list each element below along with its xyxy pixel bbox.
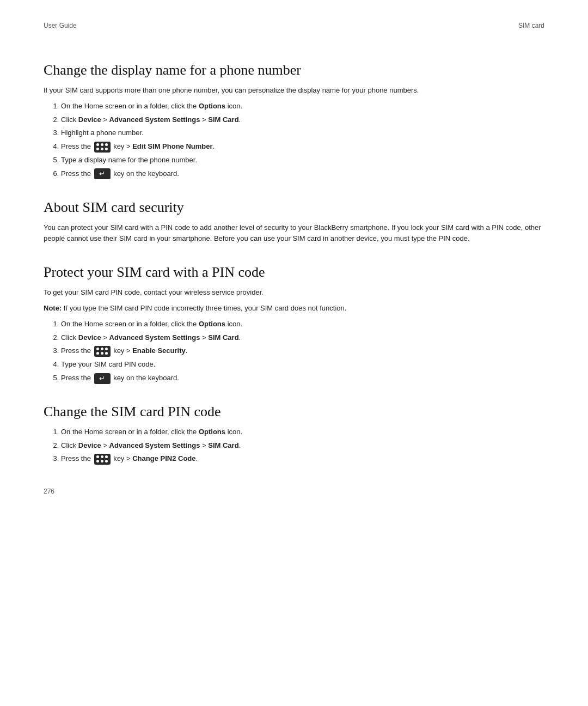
section3-intro1: To get your SIM card PIN code, contact y… (44, 287, 544, 299)
advanced-bold: Advanced System Settings (109, 115, 200, 124)
section3-steps: On the Home screen or in a folder, click… (61, 319, 544, 384)
options-bold: Options (199, 428, 225, 436)
section-about-sim-security: About SIM card security You can protect … (44, 199, 544, 245)
section1-steps: On the Home screen or in a folder, click… (61, 101, 544, 180)
list-item: Click Device > Advanced System Settings … (61, 114, 544, 126)
list-item: Click Device > Advanced System Settings … (61, 332, 544, 344)
section4-title: Change the SIM card PIN code (44, 404, 544, 420)
options-bold: Options (199, 320, 225, 328)
menu-key-icon (94, 454, 111, 465)
enter-key-icon (94, 168, 111, 179)
device-bold: Device (78, 441, 101, 449)
list-item: Highlight a phone number. (61, 127, 544, 139)
device-bold: Device (78, 115, 101, 124)
header-left: User Guide (44, 22, 77, 29)
list-item: Press the key > Enable Security. (61, 345, 544, 357)
list-item: On the Home screen or in a folder, click… (61, 101, 544, 112)
page-number: 276 (44, 488, 54, 495)
section3-title: Protect your SIM card with a PIN code (44, 264, 544, 281)
simcard-bold: SIM Card (208, 441, 238, 449)
simcard-bold: SIM Card (208, 333, 238, 342)
note-rest: If you type the SIM card PIN code incorr… (62, 304, 346, 312)
section3-note: Note: If you type the SIM card PIN code … (44, 303, 544, 314)
section4-steps: On the Home screen or in a folder, click… (61, 427, 544, 465)
menu-key-icon (94, 346, 111, 357)
advanced-bold: Advanced System Settings (109, 333, 200, 342)
section2-body: You can protect your SIM card with a PIN… (44, 222, 544, 245)
section1-title: Change the display name for a phone numb… (44, 62, 544, 78)
header-right: SIM card (518, 22, 544, 29)
section-change-display-name: Change the display name for a phone numb… (44, 62, 544, 180)
section2-title: About SIM card security (44, 199, 544, 216)
list-item: Press the key on the keyboard. (61, 373, 544, 384)
enter-key-icon (94, 373, 111, 384)
menu-key-icon (94, 142, 111, 153)
list-item: On the Home screen or in a folder, click… (61, 319, 544, 330)
advanced-bold: Advanced System Settings (109, 441, 200, 449)
list-item: Type your SIM card PIN code. (61, 359, 544, 370)
edit-sim-bold: Edit SIM Phone Number (132, 142, 212, 150)
device-bold: Device (78, 333, 101, 342)
list-item: Click Device > Advanced System Settings … (61, 440, 544, 452)
simcard-bold: SIM Card (208, 115, 238, 124)
list-item: Type a display name for the phone number… (61, 155, 544, 166)
section1-intro: If your SIM card supports more than one … (44, 85, 544, 96)
note-label: Note: (44, 304, 62, 312)
list-item: Press the key on the keyboard. (61, 168, 544, 180)
page-header: User Guide SIM card (44, 22, 544, 29)
list-item: Press the key > Change PIN2 Code. (61, 453, 544, 465)
change-pin2-bold: Change PIN2 Code (132, 454, 195, 462)
page-footer: 276 (44, 488, 54, 495)
list-item: Press the key > Edit SIM Phone Number. (61, 141, 544, 153)
enable-security-bold: Enable Security (132, 346, 186, 355)
page: User Guide SIM card Change the display n… (0, 0, 588, 517)
options-bold: Options (199, 102, 225, 110)
section-change-pin: Change the SIM card PIN code On the Home… (44, 404, 544, 465)
section-protect-sim: Protect your SIM card with a PIN code To… (44, 264, 544, 384)
list-item: On the Home screen or in a folder, click… (61, 427, 544, 438)
